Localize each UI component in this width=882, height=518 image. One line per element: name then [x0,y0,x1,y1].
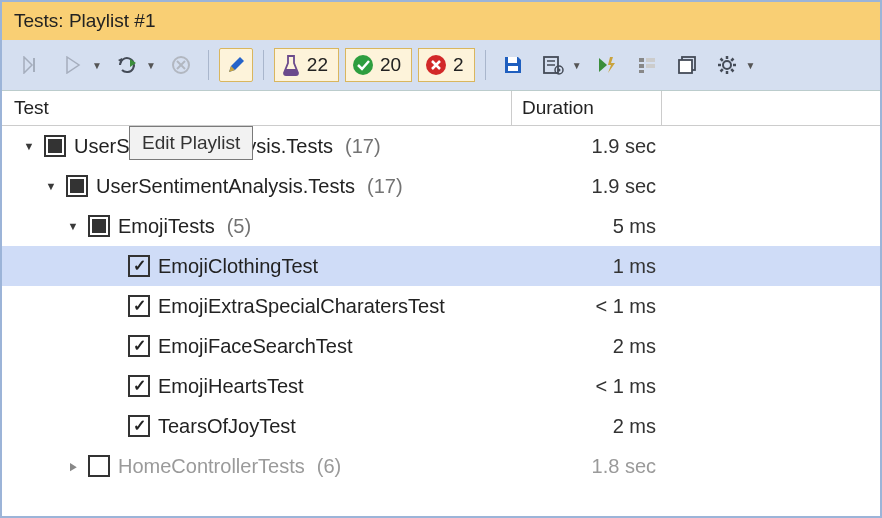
test-duration: < 1 ms [512,295,664,318]
test-name: TearsOfJoyTest [158,415,296,438]
test-name: UserSentimentAnalysis.Tests [96,175,355,198]
test-duration: 2 ms [512,335,664,358]
svg-rect-13 [639,58,644,62]
test-checkbox[interactable] [128,255,150,277]
settings-list-button[interactable] [536,48,570,82]
total-tests-chip[interactable]: 22 [274,48,339,82]
test-duration: 1.8 sec [512,455,664,478]
column-test[interactable]: Test [2,91,512,125]
test-name: EmojiClothingTest [158,255,318,278]
fail-icon [425,54,447,76]
svg-rect-19 [679,60,692,73]
run-dropdown-icon[interactable]: ▼ [92,60,102,71]
svg-line-25 [720,59,722,61]
test-duration: 1.9 sec [512,135,664,158]
svg-line-28 [731,59,733,61]
test-count: (5) [227,215,251,238]
test-duration: 5 ms [512,215,664,238]
test-name: HomeControllerTests [118,455,305,478]
expand-arrow-icon[interactable] [66,220,80,232]
test-checkbox[interactable] [128,375,150,397]
test-name: EmojiTests [118,215,215,238]
edit-playlist-button[interactable] [219,48,253,82]
save-button[interactable] [496,48,530,82]
test-row[interactable]: EmojiClothingTest1 ms [2,246,880,286]
svg-rect-6 [508,57,517,63]
edit-playlist-tooltip: Edit Playlist [129,126,253,160]
test-duration: 2 ms [512,415,664,438]
test-row[interactable]: UserSentimentAnalysis.Tests(17)1.9 sec [2,166,880,206]
svg-point-20 [723,61,731,69]
toolbar: ▼ ▼ 22 20 2 ▼ ▼ [2,40,880,91]
beaker-icon [281,54,301,76]
total-count: 22 [307,54,328,76]
test-count: (6) [317,455,341,478]
test-tree: Edit Playlist UserSentimentAnalysis.Test… [2,126,880,486]
test-row[interactable]: EmojiTests(5)5 ms [2,206,880,246]
column-headers: Test Duration [2,91,880,126]
gear-button[interactable] [710,48,744,82]
gear-dropdown-icon[interactable]: ▼ [746,60,756,71]
test-duration: 1 ms [512,255,664,278]
test-name: EmojiExtraSpecialCharatersTest [158,295,445,318]
test-checkbox[interactable] [88,455,110,477]
test-count: (17) [345,135,381,158]
run-bolt-button[interactable] [590,48,624,82]
test-duration: < 1 ms [512,375,664,398]
failed-tests-chip[interactable]: 2 [418,48,475,82]
svg-point-12 [557,69,560,72]
test-checkbox[interactable] [66,175,88,197]
windows-button[interactable] [670,48,704,82]
svg-rect-17 [639,70,644,73]
passed-count: 20 [380,54,401,76]
test-row[interactable]: EmojiHeartsTest< 1 ms [2,366,880,406]
expand-arrow-icon[interactable] [22,140,36,152]
expand-arrow-icon[interactable] [44,180,58,192]
settings-list-dropdown-icon[interactable]: ▼ [572,60,582,71]
svg-rect-0 [33,58,35,72]
repeat-button[interactable] [110,48,144,82]
test-row[interactable]: TearsOfJoyTest2 ms [2,406,880,446]
test-name: EmojiHeartsTest [158,375,304,398]
failed-count: 2 [453,54,464,76]
svg-rect-7 [508,66,518,71]
test-duration: 1.9 sec [512,175,664,198]
pass-icon [352,54,374,76]
test-name: EmojiFaceSearchTest [158,335,353,358]
column-duration[interactable]: Duration [512,91,662,125]
test-row[interactable]: EmojiExtraSpecialCharatersTest< 1 ms [2,286,880,326]
test-checkbox[interactable] [128,335,150,357]
expand-arrow-icon[interactable] [66,460,80,473]
run-all-button[interactable] [16,48,50,82]
svg-line-26 [731,69,733,71]
repeat-dropdown-icon[interactable]: ▼ [146,60,156,71]
run-button[interactable] [56,48,90,82]
group-button[interactable] [630,48,664,82]
test-checkbox[interactable] [88,215,110,237]
window-title: Tests: Playlist #1 [2,2,880,40]
passed-tests-chip[interactable]: 20 [345,48,412,82]
test-checkbox[interactable] [128,415,150,437]
test-row[interactable]: EmojiFaceSearchTest2 ms [2,326,880,366]
test-checkbox[interactable] [128,295,150,317]
svg-rect-15 [639,64,644,68]
svg-rect-16 [646,64,655,68]
test-checkbox[interactable] [44,135,66,157]
test-row[interactable]: HomeControllerTests(6)1.8 sec [2,446,880,486]
svg-line-27 [720,69,722,71]
svg-point-4 [353,55,373,75]
svg-rect-14 [646,58,655,62]
test-count: (17) [367,175,403,198]
cancel-button[interactable] [164,48,198,82]
